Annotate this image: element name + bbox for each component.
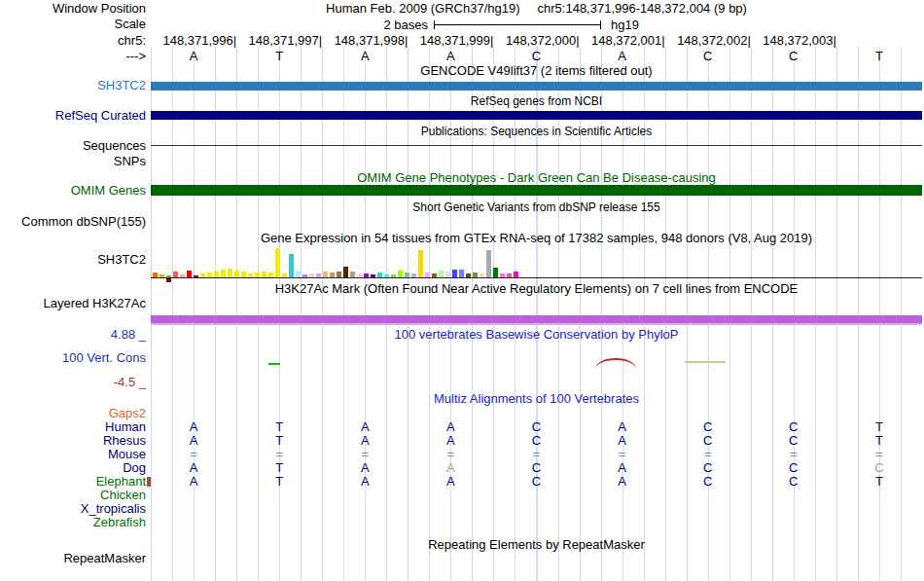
alignment-base: C [528, 475, 546, 489]
alignment-base: A [356, 434, 373, 448]
page-title: Human Feb. 2009 (GRCh37/hg19)chr5:148,37… [151, 2, 922, 16]
alignment-base: = [356, 448, 373, 461]
sequence-base: A [614, 50, 631, 63]
genome-browser-window: Window Position Human Feb. 2009 (GRCh37/… [0, 0, 924, 581]
alignment-base: T [871, 475, 888, 489]
conservation-mark [685, 361, 726, 363]
alignment-base: A [356, 475, 373, 489]
alignment-base: T [270, 461, 288, 475]
alignment-base: = [185, 448, 202, 461]
alignment-base: A [614, 461, 631, 475]
gtex-expression-bar [228, 269, 232, 277]
sequence-base: A [185, 50, 202, 63]
alignment-base: = [270, 448, 288, 461]
position-title: chr5:148,371,996-148,372,004 (9 bp) [538, 1, 747, 16]
alignment-base: A [614, 420, 631, 434]
alignment-base: A [185, 461, 202, 475]
species-label-elephant[interactable]: Elephant [0, 475, 146, 489]
gencode-track-bar[interactable] [151, 82, 922, 91]
alignment-base: = [528, 448, 546, 461]
alignment-base: T [270, 420, 288, 434]
gtex-title: Gene Expression in 54 tissues from GTEx … [151, 232, 922, 245]
h3k27ac-track-bar-fringe [151, 323, 922, 325]
alignment-base: C [785, 461, 802, 475]
gtex-expression-bar [418, 250, 423, 277]
refseq-track-label[interactable]: RefSeq Curated [0, 109, 146, 123]
conservation-max-label: 4.88 _ [0, 328, 146, 342]
alignment-base: C [785, 475, 802, 489]
coordinate-label: 148,372,003| [747, 34, 836, 48]
gtex-expression-bar [493, 268, 498, 277]
coordinate-label: 148,372,002| [661, 34, 751, 48]
gtex-expression-bar [452, 270, 457, 277]
species-label-mouse[interactable]: Mouse [0, 448, 146, 461]
species-label-human[interactable]: Human [0, 420, 146, 434]
species-label-dog[interactable]: Dog [0, 461, 146, 475]
sequence-base: A [356, 50, 373, 63]
coordinate-label: 148,372,000| [490, 34, 580, 48]
coordinate-label: 148,371,997| [232, 34, 322, 48]
coordinate-label: 148,371,998| [318, 34, 408, 48]
repeatmasker-title: Repeating Elements by RepeatMasker [151, 538, 922, 552]
alignment-base: A [185, 434, 202, 448]
gtex-expression-bar [289, 254, 294, 277]
gtex-expression-bar [187, 271, 192, 277]
species-label-gaps2[interactable]: Gaps2 [0, 407, 146, 420]
alignment-base: C [699, 420, 717, 434]
alignment-base: = [699, 448, 717, 461]
alignment-base: = [614, 448, 631, 461]
gtex-baseline [151, 277, 922, 278]
assembly-short-label: hg19 [611, 18, 639, 32]
alignment-base: C [871, 461, 888, 475]
species-label-rhesus[interactable]: Rhesus [0, 434, 146, 448]
gtex-expression-bar [343, 267, 348, 277]
snps-track-label[interactable]: SNPs [0, 155, 146, 168]
omim-track-label[interactable]: OMIM Genes [0, 184, 146, 198]
sequence-base: T [270, 50, 288, 63]
gtex-gene-label[interactable]: SH3TC2 [0, 253, 146, 267]
alignment-base: C [528, 434, 546, 448]
sequence-base: C [785, 50, 802, 63]
alignment-base: A [356, 420, 373, 434]
coordinate-label: 148,371,996| [147, 34, 236, 48]
refseq-track-bar[interactable] [151, 111, 922, 120]
species-label-zebrafish[interactable]: Zebrafish [0, 516, 146, 529]
h3k27ac-track-bar[interactable] [151, 315, 922, 323]
scale-bar-tick-right [600, 20, 601, 29]
alignment-base: = [785, 448, 802, 461]
gtex-expression-bar [275, 248, 280, 277]
h3k27ac-track-label[interactable]: Layered H3K27Ac [0, 297, 146, 310]
sequences-track-label[interactable]: Sequences [0, 139, 146, 153]
sequences-track-line[interactable] [151, 145, 922, 146]
gencode-gene-label[interactable]: SH3TC2 [0, 79, 146, 92]
conservation-track-label[interactable]: 100 Vert. Cons [0, 351, 146, 365]
alignment-base: C [528, 461, 546, 475]
scale-bar-line [434, 24, 601, 25]
gtex-expression-bar [439, 271, 444, 277]
species-label-chicken[interactable]: Chicken [0, 489, 146, 502]
conservation-min-label: -4.5 _ [0, 376, 146, 389]
species-label-x_tropicalis[interactable]: X_tropicalis [0, 502, 146, 516]
dbsnp-track-label[interactable]: Common dbSNP(155) [0, 215, 146, 229]
coordinate-ruler[interactable]: 148,371,996|148,371,997|148,371,998|148,… [0, 34, 924, 48]
sequence-base: A [442, 50, 459, 63]
refseq-title: RefSeq genes from NCBI [151, 94, 922, 108]
alignment-base: T [871, 434, 888, 448]
alignment-base: C [699, 475, 717, 489]
gencode-title: GENCODE V49lift37 (2 items filtered out) [151, 64, 922, 78]
scale-value: 2 bases [321, 18, 428, 32]
gtex-expression-bar [398, 271, 403, 277]
window-position-label: Window Position [0, 2, 146, 16]
alignment-base: A [442, 475, 459, 489]
elephant-marker [147, 477, 151, 487]
alignment-base: A [442, 434, 459, 448]
sequence-row: ATAACACCT [0, 50, 924, 63]
alignment-base: C [528, 420, 546, 434]
alignment-base: A [614, 434, 631, 448]
h3k27ac-title: H3K27Ac Mark (Often Found Near Active Re… [151, 282, 922, 296]
gtex-expression-bar [221, 270, 226, 277]
repeatmasker-track-label[interactable]: RepeatMasker [0, 552, 146, 565]
omim-track-bar[interactable] [151, 185, 922, 196]
alignment-base: A [185, 475, 202, 489]
conservation-title: 100 vertebrates Basewise Conservation by… [151, 328, 922, 342]
